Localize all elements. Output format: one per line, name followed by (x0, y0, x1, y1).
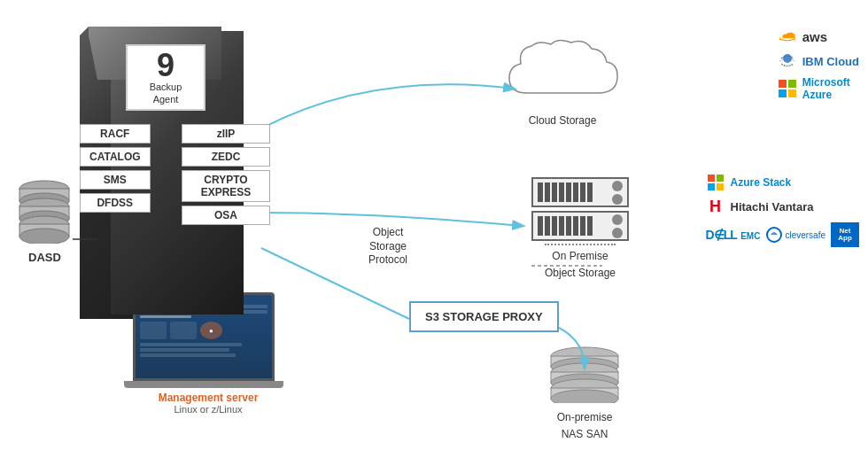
ibm-cloud-logo: IBM Cloud (778, 51, 859, 71)
onprem-logos: Azure Stack H Hitachi Vantara D∉LL EMC c… (706, 173, 859, 247)
aws-icon (778, 27, 797, 46)
azure-stack-logo: Azure Stack (706, 173, 859, 192)
cloud-storage-label: Cloud Storage (505, 114, 620, 127)
azure-logo: MicrosoftAzure (778, 76, 859, 101)
svg-rect-22 (779, 80, 787, 88)
management-server-label: Management server (133, 392, 283, 404)
onprem-label-line1: On Premise (531, 250, 629, 262)
osp-label: Object Storage Protocol (353, 226, 423, 268)
cloud-storage-group: Cloud Storage (505, 35, 620, 127)
dasd-group: DASD (16, 173, 74, 264)
label-ziip: zIIP (182, 124, 270, 144)
hitachi-logo: H Hitachi Vantara (706, 197, 859, 216)
cloud-icon (505, 35, 620, 106)
backup-agent-badge: 9 Backup Agent (126, 44, 205, 111)
svg-rect-24 (779, 89, 787, 97)
dasd-label: DASD (16, 251, 74, 264)
label-dfdss: DFDSS (80, 193, 151, 213)
nas-san-group: On-premise NAS SAN (545, 345, 624, 440)
badge-number: 9 (157, 50, 174, 82)
label-racf: RACF (80, 124, 151, 144)
aws-logo: aws (778, 27, 859, 46)
nas-icon (545, 345, 624, 403)
nas-label-line1: On-premise (545, 411, 624, 423)
label-catalog: CATALOG (80, 147, 151, 167)
svg-point-21 (783, 54, 792, 63)
laptop-labels: Management server Linux or z/Linux (133, 392, 283, 415)
linux-label: Linux or z/Linux (133, 404, 283, 415)
hitachi-icon: H (706, 197, 725, 216)
svg-rect-23 (788, 80, 796, 88)
badge-text-line2: Agent (153, 94, 179, 105)
laptop-base (124, 381, 283, 388)
dell-emc-logo: D∉LL EMC (706, 227, 761, 243)
label-crypto: CRYPTO EXPRESS (182, 170, 270, 202)
ibm-icon (778, 51, 797, 71)
azure-icon (778, 79, 797, 98)
cleversafe-logo: cleversafe (765, 226, 825, 244)
svg-rect-26 (708, 175, 715, 182)
label-osa: OSA (182, 206, 270, 225)
right-labels: zIIP ZEDC CRYPTO EXPRESS OSA (182, 124, 270, 225)
svg-rect-27 (717, 175, 724, 182)
cleversafe-icon (765, 226, 783, 244)
svg-rect-29 (717, 183, 724, 190)
dotted-separator (545, 244, 616, 245)
svg-rect-28 (708, 183, 715, 190)
storage-logos-row: D∉LL EMC cleversafe NetApp (706, 222, 859, 247)
left-labels: RACF CATALOG SMS DFDSS (80, 124, 151, 213)
onprem-object-group: On Premise Object Storage (531, 177, 629, 279)
label-zedc: ZEDC (182, 147, 270, 167)
diagram: DASD 9 Backup Agent RACF CATALOG SMS DFD… (0, 0, 868, 458)
label-sms: SMS (80, 170, 151, 190)
badge-text-line1: Backup (150, 82, 182, 93)
netapp-logo: NetApp (831, 222, 859, 247)
dasd-icon (16, 173, 74, 244)
azure-stack-icon (706, 173, 725, 192)
nas-label-line2: NAS SAN (545, 428, 624, 440)
svg-point-11 (19, 229, 69, 244)
cloud-logos: aws IBM Cloud (778, 27, 859, 101)
onprem-label-line2: Object Storage (531, 267, 629, 279)
svg-rect-25 (788, 89, 796, 97)
s3-storage-proxy: S3 STORAGE PROXY (409, 301, 559, 332)
